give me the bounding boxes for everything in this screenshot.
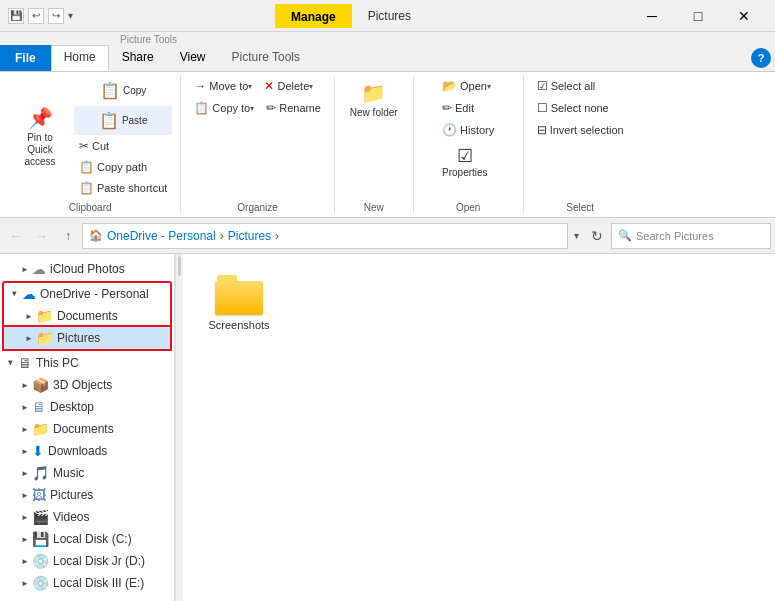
history-label: History xyxy=(460,124,494,136)
pictures-icon: 🖼 xyxy=(32,487,46,503)
videos-icon: 🎬 xyxy=(32,509,49,525)
downloads-expand-arrow[interactable]: ► xyxy=(18,444,32,458)
copy-button[interactable]: 📋 Copy xyxy=(74,76,172,105)
save-icon[interactable]: 💾 xyxy=(8,8,24,24)
videos-expand-arrow[interactable]: ► xyxy=(18,510,32,524)
documents-od-expand-arrow[interactable]: ► xyxy=(22,309,36,323)
local-e-icon: 💿 xyxy=(32,575,49,591)
copy-path-button[interactable]: 📋 Copy path xyxy=(74,157,172,177)
address-onedrive[interactable]: OneDrive - Personal xyxy=(107,229,216,243)
up-button[interactable]: ↑ xyxy=(56,224,80,248)
copy-to-button[interactable]: 📋 Copy to ▾ xyxy=(189,98,259,118)
invert-icon: ⊟ xyxy=(537,123,547,137)
3dobjects-expand-arrow[interactable]: ► xyxy=(18,378,32,392)
delete-chevron: ▾ xyxy=(309,82,313,91)
sidebar-item-desktop[interactable]: ► 🖥 Desktop xyxy=(0,396,174,418)
new-label: New xyxy=(364,198,384,213)
sidebar-item-icloud[interactable]: ► ☁ iCloud Photos xyxy=(0,258,174,280)
pictures-od-icon: 📁 xyxy=(36,330,53,346)
sidebar-scrollbar[interactable] xyxy=(175,254,183,601)
local-e-expand-arrow[interactable]: ► xyxy=(18,576,32,590)
delete-icon: ✕ xyxy=(264,79,274,93)
tab-home[interactable]: Home xyxy=(51,45,109,71)
tab-file[interactable]: File xyxy=(0,45,51,71)
sidebar: ► ☁ iCloud Photos ► ☁ OneDrive - Persona… xyxy=(0,254,175,601)
onedrive-label: OneDrive - Personal xyxy=(40,287,149,301)
open-button[interactable]: 📂 Open ▾ xyxy=(437,76,496,96)
invert-selection-button[interactable]: ⊟ Invert selection xyxy=(532,120,629,140)
paste-button[interactable]: 📋 Paste xyxy=(74,106,172,135)
address-bar[interactable]: 🏠 OneDrive - Personal › Pictures › xyxy=(82,223,568,249)
window-controls: ─ □ ✕ xyxy=(629,0,767,32)
history-button[interactable]: 🕐 History xyxy=(437,120,499,140)
sidebar-item-pictures-od[interactable]: ► 📁 Pictures xyxy=(4,327,170,349)
sidebar-item-thispc[interactable]: ► 🖥 This PC xyxy=(0,352,174,374)
sidebar-item-local-d[interactable]: ► 💿 Local Disk Jr (D:) xyxy=(0,550,174,572)
local-d-expand-arrow[interactable]: ► xyxy=(18,554,32,568)
local-e-label: Local Disk III (E:) xyxy=(53,576,144,590)
move-to-button[interactable]: → Move to ▾ xyxy=(189,76,257,96)
sidebar-item-music[interactable]: ► 🎵 Music xyxy=(0,462,174,484)
copy-label: Copy xyxy=(123,85,146,96)
sidebar-item-onedrive[interactable]: ► ☁ OneDrive - Personal xyxy=(4,283,170,305)
select-none-button[interactable]: ☐ Select none xyxy=(532,98,629,118)
sidebar-item-3dobjects[interactable]: ► 📦 3D Objects xyxy=(0,374,174,396)
refresh-button[interactable]: ↻ xyxy=(585,224,609,248)
folder-screenshots[interactable]: Screenshots xyxy=(199,270,279,336)
pictures-expand-arrow[interactable]: ► xyxy=(18,488,32,502)
forward-button[interactable]: → xyxy=(30,224,54,248)
downloads-icon: ⬇ xyxy=(32,443,44,459)
redo-icon[interactable]: ↪ xyxy=(48,8,64,24)
tab-view[interactable]: View xyxy=(167,45,219,71)
sidebar-item-pictures[interactable]: ► 🖼 Pictures xyxy=(0,484,174,506)
edit-button[interactable]: ✏ Edit xyxy=(437,98,479,118)
copy-to-icon: 📋 xyxy=(194,101,209,115)
sidebar-item-downloads[interactable]: ► ⬇ Downloads xyxy=(0,440,174,462)
back-button[interactable]: ← xyxy=(4,224,28,248)
pin-to-quick-access-button[interactable]: 📌 Pin to Quick access xyxy=(8,76,72,198)
sidebar-item-documents[interactable]: ► 📁 Documents xyxy=(0,418,174,440)
title-bar-center: Manage Pictures xyxy=(73,4,629,28)
search-bar[interactable]: 🔍 Search Pictures xyxy=(611,223,771,249)
help-button[interactable]: ? xyxy=(751,48,771,68)
undo-icon[interactable]: ↩ xyxy=(28,8,44,24)
address-pictures[interactable]: Pictures xyxy=(228,229,271,243)
new-group: 📁 New folder New xyxy=(335,76,414,213)
select-all-label: Select all xyxy=(551,80,596,92)
onedrive-expand-arrow[interactable]: ► xyxy=(8,287,22,301)
documents-label: Documents xyxy=(53,422,114,436)
address-dropdown-button[interactable]: ▾ xyxy=(570,230,583,241)
delete-button[interactable]: ✕ Delete ▾ xyxy=(259,76,318,96)
ribbon: Picture Tools File Home Share View Pictu… xyxy=(0,32,775,218)
documents-expand-arrow[interactable]: ► xyxy=(18,422,32,436)
desktop-expand-arrow[interactable]: ► xyxy=(18,400,32,414)
select-buttons: ☑ Select all ☐ Select none ⊟ Invert sele… xyxy=(532,76,629,140)
thispc-expand-arrow[interactable]: ► xyxy=(4,356,18,370)
tab-picture-tools[interactable]: Picture Tools xyxy=(219,45,313,71)
folder-label: Screenshots xyxy=(208,319,269,331)
address-separator-1: › xyxy=(220,229,224,243)
select-all-icon: ☑ xyxy=(537,79,548,93)
address-separator-2: › xyxy=(275,229,279,243)
tab-share[interactable]: Share xyxy=(109,45,167,71)
new-folder-button[interactable]: 📁 New folder xyxy=(343,76,405,124)
local-c-expand-arrow[interactable]: ► xyxy=(18,532,32,546)
cut-button[interactable]: ✂ Cut xyxy=(74,136,172,156)
sidebar-item-videos[interactable]: ► 🎬 Videos xyxy=(0,506,174,528)
select-none-label: Select none xyxy=(551,102,609,114)
music-expand-arrow[interactable]: ► xyxy=(18,466,32,480)
icloud-expand-arrow[interactable]: ► xyxy=(18,262,32,276)
sidebar-item-documents-od[interactable]: ► 📁 Documents xyxy=(4,305,170,327)
sidebar-item-local-c[interactable]: ► 💾 Local Disk (C:) xyxy=(0,528,174,550)
edit-row: ✏ Edit xyxy=(437,98,479,118)
select-all-button[interactable]: ☑ Select all xyxy=(532,76,629,96)
scrollbar-thumb[interactable] xyxy=(178,256,181,276)
paste-shortcut-button[interactable]: 📋 Paste shortcut xyxy=(74,178,172,198)
properties-button[interactable]: ☑ Properties xyxy=(437,142,493,181)
rename-button[interactable]: ✏ Rename xyxy=(261,98,326,118)
close-button[interactable]: ✕ xyxy=(721,0,767,32)
maximize-button[interactable]: □ xyxy=(675,0,721,32)
sidebar-item-local-e[interactable]: ► 💿 Local Disk III (E:) xyxy=(0,572,174,594)
minimize-button[interactable]: ─ xyxy=(629,0,675,32)
pictures-od-expand-arrow[interactable]: ► xyxy=(22,331,36,345)
